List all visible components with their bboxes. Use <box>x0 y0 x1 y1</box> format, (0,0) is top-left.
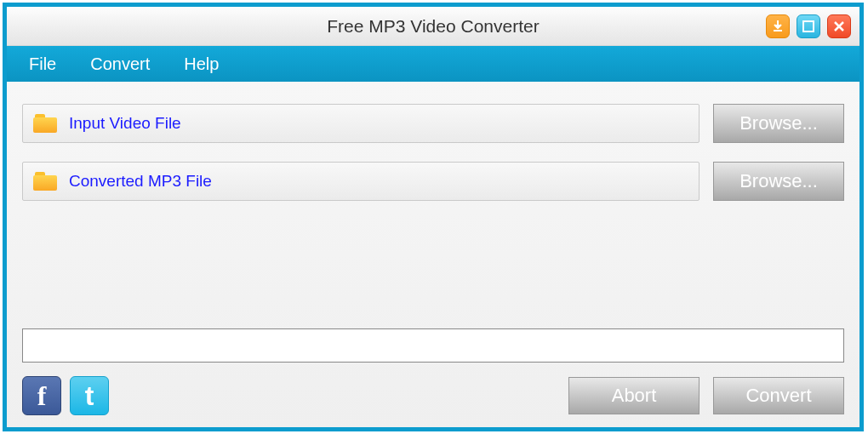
menubar: File Convert Help <box>7 46 859 82</box>
action-buttons: Abort Convert <box>568 377 844 414</box>
svg-rect-0 <box>774 30 782 31</box>
input-file-label: Input Video File <box>69 114 181 133</box>
abort-button[interactable]: Abort <box>568 377 700 414</box>
close-button[interactable] <box>827 14 851 38</box>
svg-rect-1 <box>803 21 814 31</box>
window-controls <box>766 14 851 38</box>
download-icon <box>771 20 785 33</box>
folder-icon <box>33 114 57 133</box>
input-file-row: Input Video File Browse... <box>22 104 844 143</box>
convert-button[interactable]: Convert <box>713 377 844 414</box>
app-title: Free MP3 Video Converter <box>7 16 859 37</box>
close-icon <box>833 20 845 32</box>
bottom-area: f t Abort Convert <box>22 328 844 415</box>
facebook-icon: f <box>37 380 47 412</box>
menu-convert[interactable]: Convert <box>73 49 167 79</box>
output-file-field[interactable]: Converted MP3 File <box>22 162 700 201</box>
menu-help[interactable]: Help <box>167 49 236 79</box>
maximize-button[interactable] <box>797 14 820 38</box>
folder-icon <box>33 172 57 191</box>
browse-input-button[interactable]: Browse... <box>713 104 844 143</box>
output-file-row: Converted MP3 File Browse... <box>22 162 844 201</box>
titlebar: Free MP3 Video Converter <box>7 7 859 46</box>
input-file-field[interactable]: Input Video File <box>22 104 700 143</box>
output-file-label: Converted MP3 File <box>69 172 212 191</box>
content-area: Input Video File Browse... Converted MP3… <box>7 82 859 427</box>
browse-output-button[interactable]: Browse... <box>713 162 844 201</box>
download-button[interactable] <box>766 14 790 38</box>
social-links: f t <box>22 376 109 415</box>
maximize-icon <box>802 20 814 32</box>
twitter-icon: t <box>85 380 94 412</box>
progress-bar <box>22 328 844 363</box>
menu-file[interactable]: File <box>12 49 73 79</box>
facebook-button[interactable]: f <box>22 376 61 415</box>
app-window: Free MP3 Video Converter File Convert He… <box>3 3 864 431</box>
twitter-button[interactable]: t <box>70 376 109 415</box>
bottom-row: f t Abort Convert <box>22 376 844 415</box>
